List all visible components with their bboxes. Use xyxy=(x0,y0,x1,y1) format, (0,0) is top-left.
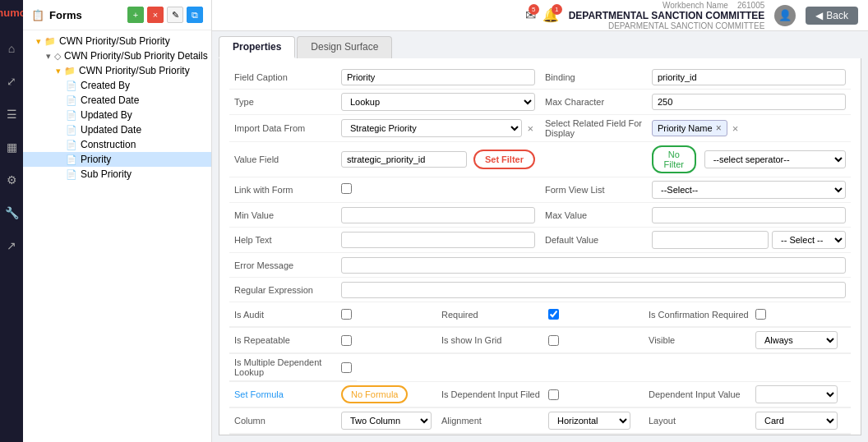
related-clear-button[interactable]: × xyxy=(731,122,741,135)
max-char-value xyxy=(652,94,846,110)
is-audit-checkbox[interactable] xyxy=(341,309,352,320)
dependent-input-checkbox[interactable] xyxy=(548,389,559,400)
home-icon[interactable]: ⌂ xyxy=(2,39,21,58)
is-audit-label: Is Audit xyxy=(234,310,341,320)
link-form-checkbox[interactable] xyxy=(341,183,352,194)
value-field-label: Value Field xyxy=(234,154,341,164)
no-formula-button[interactable]: No Formula xyxy=(341,385,408,403)
tree-item-updated-date[interactable]: 📄 Updated Date xyxy=(23,122,211,137)
tree-label: Construction xyxy=(81,139,136,150)
import-select[interactable]: Strategic Priority xyxy=(341,119,522,137)
tab-design-surface[interactable]: Design Surface xyxy=(297,36,392,58)
regex-row: Regular Expression xyxy=(229,278,851,302)
error-message-field[interactable] xyxy=(341,257,846,274)
folder-expand-icon: ▾ xyxy=(36,36,41,47)
settings-icon[interactable]: ⚙ xyxy=(2,170,21,190)
repeatable-label: Is Repeatable xyxy=(234,335,341,345)
tree-content: ▾ 📁 CWN Priority/Sub Priority ▾ ◇ CWN Pr… xyxy=(23,30,211,442)
required-checkbox[interactable] xyxy=(548,309,559,320)
row-field-caption: Field Caption Binding xyxy=(229,65,851,90)
tree-copy-button[interactable]: ⧉ xyxy=(187,7,203,23)
repeatable-checkbox[interactable] xyxy=(341,335,352,346)
share2-icon[interactable]: ↗ xyxy=(2,236,21,256)
help-text-field[interactable] xyxy=(341,232,535,248)
tree-item-cwn-details[interactable]: ▾ ◇ CWN Priority/Sub Priority Details xyxy=(23,48,211,63)
form-view-row: Form View List --Select-- xyxy=(540,177,851,203)
dependent-value-row: Dependent Input Value xyxy=(644,382,851,407)
import-value: Strategic Priority × xyxy=(341,119,535,137)
back-button[interactable]: ◀ Back xyxy=(806,7,858,25)
max-value-field[interactable] xyxy=(652,207,846,223)
max-value-label: Max Value xyxy=(545,210,652,220)
tab-properties[interactable]: Properties xyxy=(219,36,295,58)
required-row: Required xyxy=(436,302,644,327)
value-field-input[interactable] xyxy=(341,151,467,168)
list-icon[interactable]: ☰ xyxy=(2,104,21,124)
folder-icon2: 📁 xyxy=(64,66,76,76)
doc-icon: 📄 xyxy=(66,169,77,180)
priority-name-remove[interactable]: × xyxy=(716,122,722,134)
alignment-select[interactable]: Horizontal xyxy=(548,412,630,430)
visible-select[interactable]: Always xyxy=(755,331,838,349)
separator-select[interactable]: --select seperator-- xyxy=(704,150,846,168)
layout-select[interactable]: Card xyxy=(755,412,838,430)
help-text-label: Help Text xyxy=(234,235,341,245)
dependent-value-select[interactable] xyxy=(755,385,838,403)
wb-code: Workbench Name 261005 xyxy=(663,1,764,10)
show-grid-checkbox[interactable] xyxy=(548,335,559,346)
form-view-select[interactable]: --Select-- xyxy=(652,181,846,199)
field-caption-input[interactable] xyxy=(341,69,535,85)
tree-label: Created By xyxy=(81,80,130,91)
table-icon[interactable]: ▦ xyxy=(2,137,21,157)
shape-icon: ◇ xyxy=(54,51,61,62)
multiple-row: Is Multiple Dependent Lookup xyxy=(229,354,357,381)
tree-item-created-date[interactable]: 📄 Created Date xyxy=(23,93,211,108)
binding-input[interactable] xyxy=(652,69,846,85)
tree-item-sub-priority[interactable]: 📄 Sub Priority xyxy=(23,167,211,182)
tree-item-updated-by[interactable]: 📄 Updated By xyxy=(23,108,211,122)
share-icon[interactable]: ⤢ xyxy=(2,71,21,91)
min-value-field[interactable] xyxy=(341,207,535,223)
value-field-content: Set Filter xyxy=(341,150,535,169)
no-filter-button[interactable]: No Filter xyxy=(652,145,696,173)
max-char-row: Max Character xyxy=(540,90,851,115)
set-formula-label[interactable]: Set Formula xyxy=(234,389,341,399)
alignment-label: Alignment xyxy=(441,416,548,426)
tree-add-button[interactable]: + xyxy=(127,7,144,23)
row-formula: Set Formula No Formula Is Dependent Inpu… xyxy=(229,382,851,408)
tree-delete-button[interactable]: × xyxy=(147,7,164,23)
tree-edit-button[interactable]: ✎ xyxy=(167,7,183,23)
tree-item-construction[interactable]: 📄 Construction xyxy=(23,137,211,152)
multiple-checkbox[interactable] xyxy=(341,362,352,373)
import-clear-button[interactable]: × xyxy=(525,122,535,135)
row-value-field: Value Field Set Filter No Filter --selec… xyxy=(229,142,851,177)
doc-icon: 📄 xyxy=(66,140,77,150)
tree-item-cwn-sub[interactable]: ▾ 📁 CWN Priority/Sub Priority xyxy=(23,63,211,78)
regex-label: Regular Expression xyxy=(234,285,341,295)
dependent-input-row: Is Dependent Input Filed xyxy=(436,382,644,407)
tool-icon[interactable]: 🔧 xyxy=(2,203,21,223)
tree-item-priority[interactable]: 📄 Priority xyxy=(23,152,211,167)
confirmation-checkbox[interactable] xyxy=(755,309,766,320)
tree-item-created-by[interactable]: 📄 Created By xyxy=(23,78,211,93)
type-select[interactable]: Lookup xyxy=(341,93,535,111)
default-select[interactable]: -- Select -- xyxy=(772,231,846,249)
set-filter-button[interactable]: Set Filter xyxy=(473,150,535,169)
sidebar: humo ⌂ ⤢ ☰ ▦ ⚙ 🔧 ↗ xyxy=(0,0,23,442)
tree-header: 📋 Forms + × ✎ ⧉ xyxy=(23,0,211,30)
regex-field[interactable] xyxy=(341,282,846,298)
notif-icon-wrap: 🔔 1 xyxy=(542,7,559,23)
max-char-input[interactable] xyxy=(652,94,846,110)
notif-badge: 1 xyxy=(552,4,562,15)
field-caption-value xyxy=(341,69,535,85)
row-import: Import Data From Strategic Priority × Se… xyxy=(229,115,851,142)
default-value-input[interactable] xyxy=(652,231,769,249)
tree-label: Sub Priority xyxy=(81,168,132,180)
column-select[interactable]: Two Column xyxy=(341,412,432,430)
expand-icon: ▾ xyxy=(46,51,51,62)
dependent-input-label: Is Dependent Input Filed xyxy=(441,389,548,399)
tree-item-cwn-priority[interactable]: ▾ 📁 CWN Priority/Sub Priority xyxy=(23,34,211,48)
type-label: Type xyxy=(234,97,341,107)
user-avatar[interactable]: 👤 xyxy=(774,5,796,26)
row-min-max: Min Value Max Value xyxy=(229,203,851,228)
